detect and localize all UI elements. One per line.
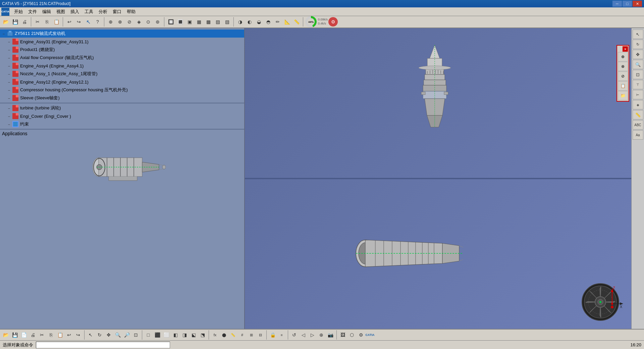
float-toolbar-close[interactable]: ✕ <box>623 46 628 52</box>
tree-item-2[interactable]: – Axial flow Compressor (轴流式压气机) <box>5 54 244 62</box>
btb-copy[interactable]: ⎘ <box>47 331 55 339</box>
tb-help[interactable]: ? <box>93 17 102 26</box>
btb-screenshot[interactable]: 🖼 <box>338 331 347 339</box>
tree-item-constraint[interactable]: – 约束 <box>5 120 244 128</box>
btb-print[interactable]: 🖨 <box>29 331 37 339</box>
tb-view5[interactable]: ⊙ <box>144 17 153 26</box>
btb-nav2[interactable]: ▷ <box>308 331 317 339</box>
btb-paste[interactable]: 📋 <box>56 331 64 339</box>
btb-rotate[interactable]: ↻ <box>95 331 104 339</box>
tb-render5[interactable]: ✏ <box>273 17 282 26</box>
tree-item-0[interactable]: – Engine_Assy31 (Engine_Assy31.1) <box>5 38 244 46</box>
sidebar-zoom[interactable]: 🔍 <box>633 60 643 69</box>
tb-render2[interactable]: ◐ <box>245 17 254 26</box>
btb-save[interactable]: 💾 <box>10 331 19 339</box>
tb-view6[interactable]: ⊛ <box>153 17 162 26</box>
tb-select[interactable]: ↖ <box>84 17 93 26</box>
btb-box[interactable]: □ <box>144 331 153 339</box>
tb-perf-settings[interactable]: ⚙ <box>328 17 338 27</box>
menu-view[interactable]: 视图 <box>54 8 68 15</box>
float-btn-5[interactable]: 📁 <box>618 91 628 100</box>
sidebar-view1[interactable]: ⊤ <box>633 80 643 89</box>
viewport-top[interactable] <box>245 28 631 179</box>
btb-camera[interactable]: 📷 <box>326 331 335 339</box>
btb-zoomout[interactable]: 🔎 <box>122 331 131 339</box>
sidebar-dim[interactable]: ABC <box>633 120 643 130</box>
btb-symb[interactable]: ⊞ <box>247 331 256 339</box>
btb-update[interactable]: ↺ <box>290 331 299 339</box>
btb-constraints[interactable]: ≡ <box>277 331 286 339</box>
tree-root-item[interactable]: – ZY5611 21N轴流式发动机 <box>0 30 244 38</box>
tb-save[interactable]: 💾 <box>11 17 19 26</box>
sidebar-measure[interactable]: 📏 <box>633 110 643 119</box>
tree-item-9[interactable]: – Engi_Cover (Engi_Cover ) <box>5 112 244 120</box>
btb-ortho[interactable]: ⬔ <box>198 331 207 339</box>
tb-render3[interactable]: ◒ <box>255 17 263 26</box>
btb-wire[interactable]: ⬜ <box>162 331 171 339</box>
viewport-bottom[interactable] <box>245 179 631 329</box>
menu-insert[interactable]: 插入 <box>68 8 82 15</box>
menu-analysis[interactable]: 分析 <box>96 8 110 15</box>
tb-open[interactable]: 📂 <box>1 17 10 26</box>
btb-saveas[interactable]: 📄 <box>19 331 28 339</box>
tb-3d3[interactable]: ▣ <box>185 17 194 26</box>
btb-analyze[interactable]: # <box>238 331 247 339</box>
btb-formula[interactable]: fx <box>211 331 219 339</box>
btb-nav1[interactable]: ◁ <box>299 331 308 339</box>
tb-render6[interactable]: 📐 <box>283 17 291 26</box>
tb-3d1[interactable]: 🔲 <box>166 17 175 26</box>
btb-tree[interactable]: ⊟ <box>256 331 265 339</box>
menu-edit[interactable]: 编辑 <box>40 8 54 15</box>
tb-render4[interactable]: ◓ <box>264 17 273 26</box>
btb-snap[interactable]: 🔒 <box>268 331 277 339</box>
btb-cube[interactable]: ⬛ <box>153 331 162 339</box>
menu-help[interactable]: 帮助 <box>124 8 138 15</box>
tree-item-6[interactable]: – Compressor housing (Compressor housing… <box>5 86 244 94</box>
btb-open[interactable]: 📂 <box>1 331 10 339</box>
tree-item-1[interactable]: – Product1 (燃烧室) <box>5 46 244 54</box>
tree-item-5[interactable]: – Engine_Assy12 (Engine_Assy12.1) <box>5 78 244 86</box>
tb-undo[interactable]: ↩ <box>65 17 74 26</box>
menu-tools[interactable]: 工具 <box>82 8 96 15</box>
tree-item-8[interactable]: – turbine (turbine 涡轮) <box>5 104 244 112</box>
tb-print[interactable]: 🖨 <box>20 17 29 26</box>
tb-cut[interactable]: ✂ <box>33 17 42 26</box>
tb-render7[interactable]: 📏 <box>292 17 301 26</box>
tb-paste[interactable]: 📋 <box>52 17 61 26</box>
btb-pan[interactable]: ✥ <box>104 331 113 339</box>
sidebar-rotate[interactable]: ↻ <box>633 40 643 49</box>
tb-view4[interactable]: ◈ <box>135 17 143 26</box>
sidebar-text[interactable]: Aa <box>633 130 643 140</box>
status-command-input[interactable] <box>36 342 170 348</box>
btb-nav3[interactable]: ⊕ <box>317 331 326 339</box>
tb-3d4[interactable]: ▦ <box>195 17 203 26</box>
tb-copy[interactable]: ⎘ <box>43 17 51 26</box>
tree-item-4[interactable]: – Nozzle_Assy_1 (Nozzle_Assy_1尾喷管) <box>5 70 244 78</box>
btb-macro[interactable]: ⬤ <box>220 331 228 339</box>
btb-redo[interactable]: ↪ <box>74 331 83 339</box>
btb-shaded[interactable]: ◧ <box>171 331 180 339</box>
tb-3d6[interactable]: ▨ <box>213 17 222 26</box>
btb-hiddenlines[interactable]: ◨ <box>180 331 189 339</box>
sidebar-view2[interactable]: ⊢ <box>633 90 643 99</box>
btb-settings[interactable]: ⚙ <box>357 331 365 339</box>
sidebar-pan[interactable]: ✥ <box>633 50 643 59</box>
sidebar-cursor[interactable]: ↖ <box>633 30 643 39</box>
sidebar-fit[interactable]: ⊡ <box>633 70 643 79</box>
tb-3d2[interactable]: 🔳 <box>176 17 184 26</box>
close-button[interactable]: ✕ <box>633 1 642 7</box>
btb-cut[interactable]: ✂ <box>38 331 46 339</box>
tb-view3[interactable]: ⊘ <box>125 17 134 26</box>
float-btn-1[interactable]: ⊕ <box>618 52 628 61</box>
btb-zoomin[interactable]: 🔍 <box>113 331 122 339</box>
btb-fit[interactable]: ⊡ <box>131 331 140 339</box>
btb-perspect[interactable]: ⬕ <box>189 331 198 339</box>
float-btn-2[interactable]: ⊗ <box>618 62 628 71</box>
float-btn-3[interactable]: ⊘ <box>618 71 628 81</box>
btb-undo[interactable]: ↩ <box>65 331 73 339</box>
tree-item-3[interactable]: – Engine_Assy4 (Engine_Assy4.1) <box>5 62 244 70</box>
tree-item-7[interactable]: – Sleeve (Sleeve轴套) <box>5 94 244 102</box>
float-btn-4[interactable]: 📋 <box>618 81 628 91</box>
tb-redo[interactable]: ↪ <box>74 17 83 26</box>
btb-export[interactable]: ⬡ <box>347 331 356 339</box>
